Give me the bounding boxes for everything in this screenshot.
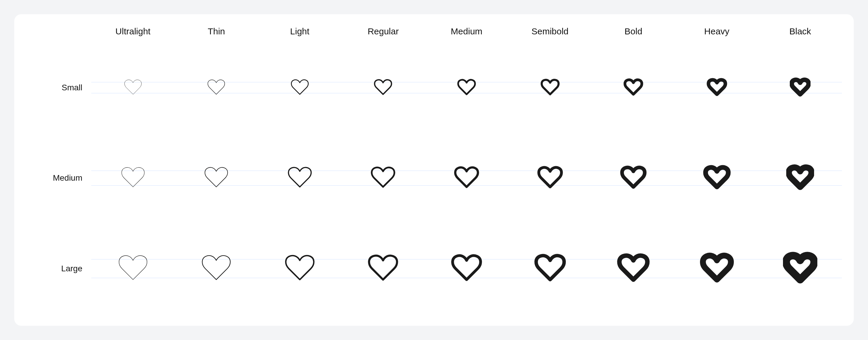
heart-icon: [676, 133, 758, 223]
cell-large-regular: [342, 223, 425, 314]
cell-large-heavy: [675, 223, 759, 314]
heart-icon: [592, 43, 675, 133]
cell-large-black: [758, 223, 842, 314]
heart-icon: [175, 133, 258, 223]
cell-large-semibold: [508, 223, 592, 314]
cell-small-semibold: [508, 42, 592, 133]
cell-medium-medium: [425, 133, 508, 224]
col-header-medium: Medium: [425, 26, 508, 42]
cell-medium-black: [758, 133, 842, 224]
col-header-regular: Regular: [342, 26, 425, 42]
cell-medium-semibold: [508, 133, 592, 224]
heart-icon: [342, 43, 425, 133]
col-header-black: Black: [758, 26, 842, 42]
cell-small-regular: [342, 42, 425, 133]
cell-large-bold: [592, 223, 675, 314]
cell-small-black: [758, 42, 842, 133]
heart-icon: [92, 43, 175, 133]
heart-icon: [425, 43, 508, 133]
cell-large-ultralight: [91, 223, 175, 314]
col-header-bold: Bold: [592, 26, 675, 42]
heart-icon: [509, 133, 592, 223]
heart-icon: [592, 133, 675, 223]
heart-icon: [92, 133, 175, 223]
heart-icon: [759, 133, 842, 223]
header-row: Ultralight Thin Light Regular Medium Sem…: [26, 26, 842, 42]
cell-medium-light: [258, 133, 342, 224]
row-header-medium: Medium: [26, 133, 91, 224]
cell-large-thin: [175, 223, 258, 314]
cell-small-thin: [175, 42, 258, 133]
cell-small-ultralight: [91, 42, 175, 133]
heart-icon: [175, 224, 258, 314]
heart-icon: [676, 43, 758, 133]
heart-icon: [509, 43, 592, 133]
heart-icon: [425, 224, 508, 314]
cell-medium-heavy: [675, 133, 759, 224]
heart-icon: [342, 224, 425, 314]
col-header-ultralight: Ultralight: [91, 26, 175, 42]
cell-small-medium: [425, 42, 508, 133]
col-header-thin: Thin: [175, 26, 258, 42]
heart-icon: [676, 224, 758, 314]
col-header-light: Light: [258, 26, 342, 42]
heart-icon: [258, 224, 341, 314]
size-row-small: Small: [26, 42, 842, 133]
heart-icon: [342, 133, 425, 223]
heart-icon: [425, 133, 508, 223]
heart-icon: [509, 224, 592, 314]
symbol-weight-card: Ultralight Thin Light Regular Medium Sem…: [14, 14, 854, 326]
cell-large-light: [258, 223, 342, 314]
cell-small-heavy: [675, 42, 759, 133]
cell-medium-bold: [592, 133, 675, 224]
cell-small-bold: [592, 42, 675, 133]
heart-icon: [759, 43, 842, 133]
col-header-heavy: Heavy: [675, 26, 759, 42]
col-header-semibold: Semibold: [508, 26, 592, 42]
heart-icon: [258, 133, 341, 223]
heart-icon: [759, 224, 842, 314]
weight-size-grid: Ultralight Thin Light Regular Medium Sem…: [26, 26, 842, 314]
heart-icon: [258, 43, 341, 133]
cell-medium-regular: [342, 133, 425, 224]
heart-icon: [592, 224, 675, 314]
cell-medium-ultralight: [91, 133, 175, 224]
row-header-large: Large: [26, 223, 91, 314]
size-row-medium: Medium: [26, 133, 842, 224]
cell-small-light: [258, 42, 342, 133]
row-header-small: Small: [26, 42, 91, 133]
cell-medium-thin: [175, 133, 258, 224]
heart-icon: [175, 43, 258, 133]
heart-icon: [92, 224, 175, 314]
size-row-large: Large: [26, 223, 842, 314]
page-canvas: Ultralight Thin Light Regular Medium Sem…: [0, 0, 868, 340]
cell-large-medium: [425, 223, 508, 314]
